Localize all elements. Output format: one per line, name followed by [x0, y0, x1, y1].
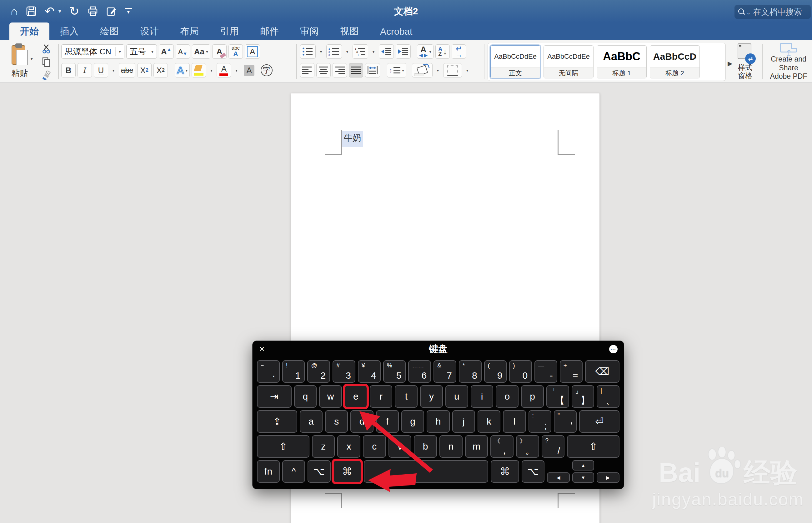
- key[interactable]: w: [319, 385, 342, 408]
- strikethrough-button[interactable]: abc: [119, 63, 135, 77]
- key[interactable]: ⇧: [567, 435, 619, 458]
- key[interactable]: e: [345, 385, 367, 408]
- key[interactable]: s: [325, 410, 348, 433]
- key[interactable]: ⇧: [257, 435, 310, 458]
- key[interactable]: %5: [383, 360, 406, 383]
- superscript-button[interactable]: X2: [154, 63, 168, 77]
- key[interactable]: v: [388, 435, 412, 458]
- align-left-button[interactable]: [300, 63, 314, 77]
- grow-font-button[interactable]: A▲: [159, 44, 174, 59]
- line-spacing-button[interactable]: ↕ ▾: [387, 63, 406, 77]
- keyboard-titlebar[interactable]: × − 键盘 ···: [252, 341, 624, 357]
- bullets-button[interactable]: [300, 44, 316, 59]
- paste-dropdown-icon[interactable]: ▾: [30, 56, 33, 61]
- key[interactable]: 「【: [546, 385, 569, 408]
- key[interactable]: "': [554, 410, 577, 433]
- key[interactable]: ⌥: [307, 460, 330, 483]
- character-border-button[interactable]: A: [245, 44, 260, 59]
- key[interactable]: (9: [484, 360, 507, 383]
- justify-button[interactable]: [349, 63, 363, 77]
- borders-button[interactable]: [443, 63, 462, 77]
- font-color-button[interactable]: A: [217, 63, 231, 77]
- key[interactable]: fn: [257, 460, 280, 483]
- font-color-dropdown-icon[interactable]: ▾: [233, 63, 240, 77]
- decrease-indent-button[interactable]: [379, 44, 394, 59]
- change-case-button[interactable]: Aa▾: [192, 44, 210, 59]
- increase-indent-button[interactable]: [396, 44, 411, 59]
- onscreen-keyboard-window[interactable]: × − 键盘 ··· ~·!1@2#3¥4%5……6&7*8(9)0—-+=⌫ …: [252, 341, 624, 489]
- sort-button[interactable]: AZ ↓: [435, 44, 450, 59]
- key[interactable]: ⇥: [257, 385, 292, 408]
- close-icon[interactable]: ×: [260, 344, 264, 354]
- redo-icon[interactable]: ↻: [69, 5, 80, 17]
- arrow-right-key[interactable]: ▶: [597, 472, 619, 483]
- arrow-down-key[interactable]: ▼: [572, 472, 594, 483]
- font-name-select[interactable]: 思源黑体 CN▾: [61, 44, 124, 59]
- ribbon-tab[interactable]: 设计: [129, 22, 170, 40]
- align-right-button[interactable]: [333, 63, 347, 77]
- format-painter-icon[interactable]: [39, 70, 53, 82]
- shading-dropdown-icon[interactable]: ▾: [435, 63, 441, 77]
- home-icon[interactable]: ⌂: [11, 5, 18, 17]
- key[interactable]: ⏎: [579, 410, 619, 433]
- key[interactable]: o: [496, 385, 518, 408]
- search-input[interactable]: ⌄ 在文档中搜索: [735, 5, 811, 19]
- multilevel-list-button[interactable]: 1 a i: [353, 44, 368, 59]
- text-effects-button[interactable]: A▾: [175, 63, 190, 77]
- key[interactable]: x: [337, 435, 360, 458]
- minimize-icon[interactable]: −: [273, 344, 278, 354]
- style-card[interactable]: AaBbCcD 标题 2: [650, 45, 700, 78]
- ribbon-tab[interactable]: 布局: [170, 22, 209, 40]
- ribbon-tab[interactable]: 视图: [330, 22, 369, 40]
- underline-button[interactable]: U: [94, 63, 108, 77]
- key[interactable]: d: [350, 410, 373, 433]
- ribbon-tab[interactable]: 绘图: [89, 22, 129, 40]
- key[interactable]: +=: [560, 360, 583, 383]
- customize-toolbar-icon[interactable]: ▾: [125, 8, 132, 14]
- font-size-select[interactable]: 五号▾: [126, 44, 157, 59]
- key[interactable]: *8: [459, 360, 482, 383]
- borders-dropdown-icon[interactable]: ▾: [464, 63, 471, 77]
- key[interactable]: m: [465, 435, 488, 458]
- key[interactable]: j: [452, 410, 475, 433]
- multilevel-dropdown-icon[interactable]: ▾: [370, 44, 377, 59]
- key[interactable]: p: [521, 385, 544, 408]
- key[interactable]: i: [471, 385, 494, 408]
- key[interactable]: k: [478, 410, 500, 433]
- key[interactable]: a: [300, 410, 322, 433]
- highlight-dropdown-icon[interactable]: ▾: [208, 63, 215, 77]
- key[interactable]: &7: [434, 360, 456, 383]
- key[interactable]: ¥4: [358, 360, 381, 383]
- undo-icon[interactable]: ↶: [45, 5, 55, 17]
- key[interactable]: 」】: [572, 385, 595, 408]
- key[interactable]: h: [427, 410, 449, 433]
- align-center-button[interactable]: [316, 63, 331, 77]
- adobe-pdf-button[interactable]: ↥ Create and Share Adobe PDF: [766, 43, 811, 81]
- key[interactable]: —-: [534, 360, 557, 383]
- key[interactable]: 《，: [490, 435, 513, 458]
- key[interactable]: ⌥: [522, 460, 545, 483]
- key[interactable]: y: [420, 385, 443, 408]
- key[interactable]: 》。: [516, 435, 539, 458]
- print-icon[interactable]: [88, 6, 98, 17]
- key[interactable]: r: [370, 385, 392, 408]
- key[interactable]: b: [414, 435, 437, 458]
- ribbon-tab[interactable]: 开始: [10, 22, 49, 40]
- more-icon[interactable]: ···: [609, 345, 618, 353]
- arrow-left-key[interactable]: ◀: [547, 472, 570, 483]
- key[interactable]: n: [439, 435, 463, 458]
- key[interactable]: t: [395, 385, 418, 408]
- key[interactable]: q: [294, 385, 317, 408]
- key[interactable]: c: [363, 435, 386, 458]
- key[interactable]: :;: [529, 410, 551, 433]
- key[interactable]: @2: [307, 360, 330, 383]
- enclose-characters-button[interactable]: 字: [259, 63, 275, 77]
- numbering-dropdown-icon[interactable]: ▾: [344, 44, 351, 59]
- key[interactable]: |、: [597, 385, 619, 408]
- key[interactable]: z: [312, 435, 335, 458]
- clear-formatting-button[interactable]: A: [212, 44, 227, 59]
- arrow-up-key[interactable]: ▲: [572, 460, 594, 470]
- ribbon-tab[interactable]: 引用: [209, 22, 249, 40]
- shrink-font-button[interactable]: A▼: [176, 44, 190, 59]
- key[interactable]: ⇪: [257, 410, 297, 433]
